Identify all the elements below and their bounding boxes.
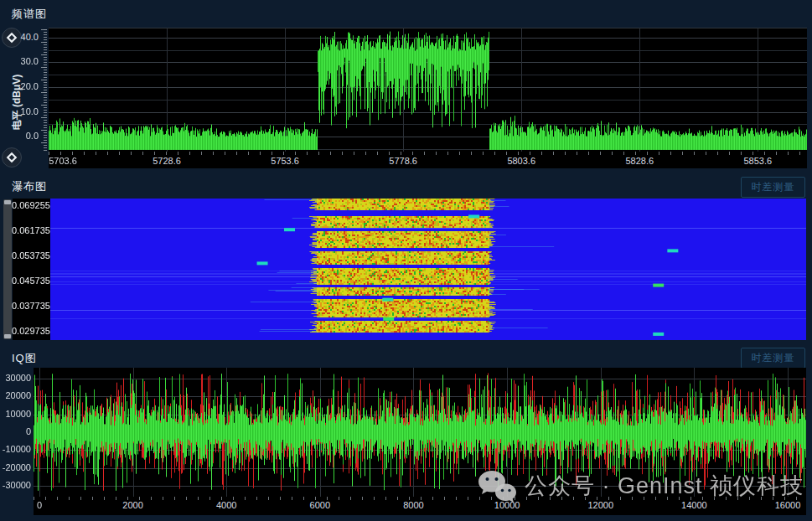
waterfall-panel-header	[0, 168, 812, 199]
axis-tick-label: 0.061735	[12, 225, 49, 235]
iq-panel-header	[0, 340, 812, 369]
axis-tick-label: 10000	[0, 409, 31, 419]
axis-tick-label: 5803.6	[496, 156, 546, 166]
axis-tick-label: 0	[14, 500, 65, 510]
spectrum-panel-header	[0, 0, 812, 25]
axis-tick-label: 40.0	[5, 32, 39, 42]
axis-tick-label: 30.0	[5, 56, 39, 66]
iq-panel-title: IQ图	[12, 351, 37, 366]
axis-tick-label: 5778.6	[378, 156, 428, 166]
waterfall-scrollbar-handle-bottom[interactable]	[4, 334, 11, 338]
axis-tick-label: 10.0	[5, 106, 39, 116]
axis-tick-label: 0.037735	[12, 301, 49, 311]
axis-tick-label: 20000	[0, 390, 31, 400]
axis-tick-label: 5753.6	[260, 156, 310, 166]
axis-tick-label: 14000	[669, 500, 719, 510]
axis-tick-label: 0.069255	[12, 200, 49, 210]
axis-tick-label: -20000	[0, 462, 31, 472]
axis-tick-label: 5853.6	[732, 156, 783, 166]
iq-time-diff-measure-button[interactable]: 时差测量	[741, 348, 805, 369]
waterfall-y-axis-background	[13, 199, 50, 340]
spectrum-x-minor-ticks	[49, 152, 807, 155]
axis-tick-label: 10000	[482, 500, 532, 510]
axis-tick-label: -10000	[0, 444, 31, 454]
waterfall-plot[interactable]	[50, 199, 806, 340]
axis-tick-label: 8000	[388, 500, 438, 510]
waterfall-panel-title: 瀑布图	[12, 179, 47, 194]
spectrum-panel-title: 频谱图	[12, 7, 47, 22]
axis-tick-label: -30000	[0, 480, 31, 490]
axis-tick-label: 5703.6	[38, 156, 88, 166]
axis-tick-label: 0.045735	[12, 276, 49, 286]
axis-tick-label: 30000	[0, 373, 31, 383]
axis-tick-label: 0.053735	[12, 250, 49, 260]
axis-tick-label: 0.029735	[12, 326, 49, 336]
spectrum-plot[interactable]	[49, 28, 807, 152]
diamond-icon	[6, 152, 18, 163]
axis-tick-label: 4000	[201, 500, 251, 510]
signal-analyzer-app: 频谱图 电平 (dBμV) 瀑布图 时差测量 IQ图 时差测量	[0, 0, 812, 521]
spectrum-y-minor-ticks	[41, 29, 47, 151]
axis-tick-label: 5828.6	[614, 156, 665, 166]
axis-tick-label: 20.0	[5, 81, 39, 91]
waterfall-time-diff-measure-button[interactable]: 时差测量	[741, 177, 805, 198]
axis-tick-label: 5728.6	[142, 156, 192, 166]
axis-tick-label: 0.0	[5, 131, 39, 141]
axis-tick-label: 6000	[295, 500, 345, 510]
iq-plot[interactable]	[34, 368, 806, 497]
waterfall-scrollbar-handle-top[interactable]	[4, 200, 11, 204]
axis-tick-label: 16000	[763, 500, 812, 510]
axis-tick-label: 2000	[108, 500, 158, 510]
axis-tick-label: 0	[0, 426, 31, 436]
waterfall-scrollbar[interactable]	[3, 199, 12, 339]
axis-tick-label: 12000	[576, 500, 626, 510]
